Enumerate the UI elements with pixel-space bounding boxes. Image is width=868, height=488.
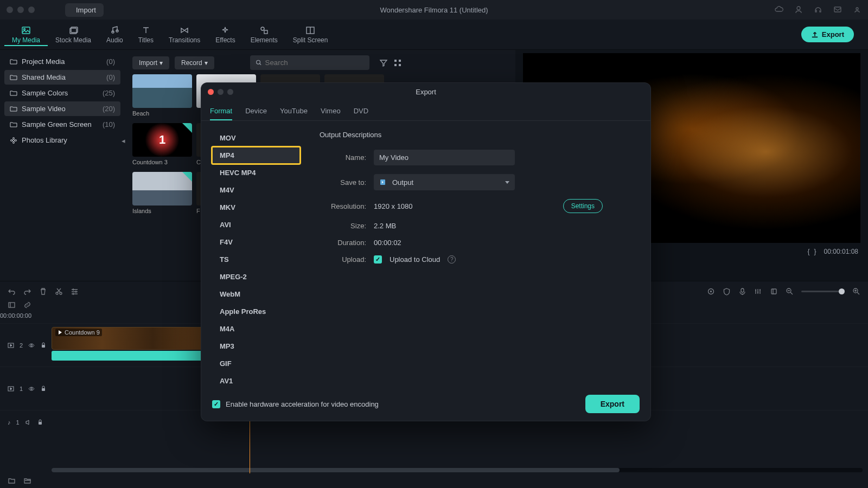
format-prores[interactable]: Apple ProRes [212,303,300,320]
tab-dvd[interactable]: DVD [354,102,368,120]
export-dialog: Export Format Device YouTube Vimeo DVD M… [201,82,651,421]
name-input[interactable] [374,150,515,165]
format-mp3[interactable]: MP3 [212,338,300,355]
modal-min-dot[interactable] [218,89,224,95]
modal-close-dot[interactable] [208,89,214,95]
tab-format[interactable]: Format [210,102,232,120]
format-avi[interactable]: AVI [212,216,300,233]
format-mkv[interactable]: MKV [212,199,300,216]
format-list: MOV MP4 HEVC MP4 M4V MKV AVI F4V TS MPEG… [201,121,304,387]
row-name: Name: [320,150,635,165]
upload-checkbox[interactable] [374,255,382,264]
video-file-icon [379,178,388,187]
modal-body: MOV MP4 HEVC MP4 M4V MKV AVI F4V TS MPEG… [201,121,650,387]
modal-max-dot[interactable] [227,89,233,95]
row-resolution: Resolution: 1920 x 1080 Settings [320,199,635,213]
format-m4a[interactable]: M4A [212,320,300,337]
format-gif[interactable]: GIF [212,355,300,372]
settings-button[interactable]: Settings [563,199,603,213]
tab-vimeo[interactable]: Vimeo [321,102,341,120]
format-av1[interactable]: AV1 [212,373,300,387]
modal-footer: Enable hardware acceleration for video e… [201,387,650,421]
row-duration: Duration: 00:00:02 [320,239,635,247]
modal-overlay: Export Format Device YouTube Vimeo DVD M… [0,0,868,488]
format-mpeg2[interactable]: MPEG-2 [212,268,300,285]
saveto-dropdown[interactable]: Output [374,174,515,190]
export-confirm-button[interactable]: Export [585,395,640,413]
modal-titlebar: Export [201,83,650,100]
format-webm[interactable]: WebM [212,286,300,303]
output-settings: Output Descriptions Name: Save to: Outpu… [304,121,650,387]
modal-title: Export [416,88,436,96]
row-upload: Upload: Upload to Cloud ? [320,255,635,264]
format-ts[interactable]: TS [212,251,300,268]
format-m4v[interactable]: M4V [212,182,300,198]
format-hevc[interactable]: HEVC MP4 [212,164,300,181]
section-heading: Output Descriptions [320,131,635,139]
hwaccel-label: Enable hardware acceleration for video e… [226,400,379,408]
tab-youtube[interactable]: YouTube [280,102,308,120]
row-size: Size: 2.2 MB [320,222,635,230]
row-saveto: Save to: Output [320,174,635,190]
export-tabs: Format Device YouTube Vimeo DVD [201,100,650,121]
format-mp4[interactable]: MP4 [212,147,300,164]
hwaccel-checkbox[interactable] [212,400,220,408]
tab-device[interactable]: Device [245,102,267,120]
info-icon[interactable]: ? [448,255,456,264]
format-f4v[interactable]: F4V [212,234,300,251]
format-mov[interactable]: MOV [212,130,300,146]
